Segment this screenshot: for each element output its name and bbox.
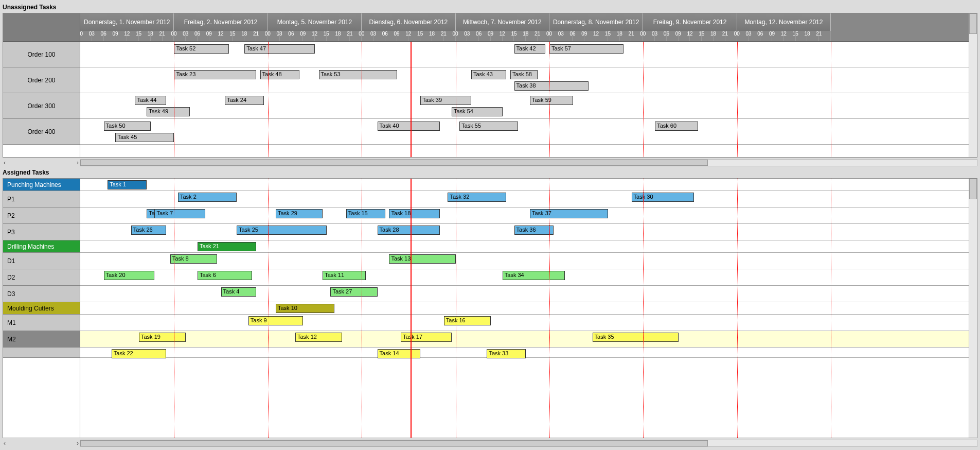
task-bar[interactable]: Task 19 — [139, 333, 186, 342]
task-bar[interactable]: Task 13 — [389, 254, 455, 264]
task-bar[interactable]: Task 37 — [530, 209, 608, 218]
task-bar[interactable]: Task 21 — [198, 242, 256, 251]
gantt-row-m3[interactable]: Task 22Task 14Task 33 — [80, 348, 969, 358]
task-bar[interactable]: Task 39 — [420, 96, 471, 105]
scroll-left-icon[interactable]: ‹ — [4, 440, 6, 447]
row-label-order300[interactable]: Order 300 — [3, 93, 80, 119]
task-bar[interactable]: Task 60 — [655, 122, 698, 131]
task-bar[interactable]: Task 42 — [514, 44, 546, 54]
vertical-scrollbar[interactable] — [969, 179, 977, 438]
task-bar[interactable]: Task 45 — [115, 133, 174, 142]
task-bar[interactable]: Task 18 — [389, 209, 440, 218]
gantt-row-p3[interactable]: Task 26Task 25Task 28Task 36 — [80, 224, 969, 240]
task-bar[interactable]: Task 58 — [510, 70, 538, 79]
gantt-row-order200[interactable]: Task 23Task 48Task 53Task 43Task 58Task … — [80, 67, 969, 93]
vertical-scrollbar[interactable] — [969, 13, 977, 157]
task-bar[interactable]: Task 52 — [174, 44, 228, 54]
task-bar[interactable]: Task 59 — [530, 96, 573, 105]
task-bar[interactable]: Task 36 — [514, 226, 554, 235]
gantt-row-order300[interactable]: Task 44Task 24Task 49Task 39Task 59Task … — [80, 93, 969, 119]
day-header: Donnerstag, 8. November 2012 — [549, 13, 643, 31]
task-bar[interactable]: Task 20 — [104, 271, 155, 280]
task-bar[interactable]: Task 23 — [174, 70, 256, 79]
row-label-p2[interactable]: P2 — [3, 207, 80, 224]
day-header: Freitag, 2. November 2012 — [174, 13, 268, 31]
row-label-order200[interactable]: Order 200 — [3, 67, 80, 93]
row-label-order400[interactable]: Order 400 — [3, 119, 80, 145]
task-bar[interactable]: Task 12 — [295, 333, 342, 342]
task-bar[interactable]: Task 35 — [593, 333, 679, 342]
row-label-d3[interactable]: D3 — [3, 286, 80, 302]
task-bar[interactable]: Task 54 — [452, 107, 503, 116]
row-label-d1[interactable]: D1 — [3, 253, 80, 269]
scroll-right-icon[interactable]: › — [77, 159, 79, 166]
task-bar[interactable]: Task 17 — [401, 333, 452, 342]
task-bar[interactable]: Task 15 — [346, 209, 385, 218]
gantt-row-order100[interactable]: Task 52Task 47Task 42Task 57 — [80, 42, 969, 67]
task-bar[interactable]: Task 25 — [237, 226, 327, 235]
task-bar[interactable]: Task 28 — [378, 226, 440, 235]
task-bar[interactable]: Task 49 — [147, 107, 190, 116]
gantt-row-p2[interactable]: Task 3Task 7Task 29Task 15Task 18Task 37 — [80, 207, 969, 224]
task-bar[interactable]: Task 27 — [330, 287, 377, 297]
task-bar[interactable]: Task 38 — [514, 81, 589, 91]
task-bar[interactable]: Task 47 — [244, 44, 315, 54]
row-sidebar: Punching MachinesP1P2P3Drilling Machines… — [3, 179, 80, 438]
unassigned-panel: Order 100Order 200Order 300Order 400Donn… — [3, 13, 977, 158]
task-bar[interactable]: Task 29 — [276, 209, 323, 218]
row-label-drilling[interactable]: Drilling Machines — [3, 240, 80, 253]
row-label-m1[interactable]: M1 — [3, 315, 80, 331]
row-label-order100[interactable]: Order 100 — [3, 42, 80, 67]
task-bar[interactable]: Task 26 — [131, 226, 166, 235]
row-label-m3[interactable] — [3, 348, 80, 358]
section-title: Unassigned Tasks — [3, 4, 977, 11]
task-bar[interactable]: Task 14 — [378, 349, 421, 358]
row-label-moulding[interactable]: Moulding Cutters — [3, 302, 80, 315]
task-bar[interactable]: Task 2 — [178, 193, 237, 202]
task-bar[interactable]: Task 48 — [260, 70, 299, 79]
task-bar[interactable]: Task 40 — [378, 122, 440, 131]
task-bar[interactable]: Task 8 — [170, 254, 217, 264]
gantt-row-m1[interactable]: Task 9Task 16 — [80, 315, 969, 331]
task-bar[interactable]: Task 44 — [135, 96, 166, 105]
task-bar[interactable]: Task 34 — [503, 271, 565, 280]
scroll-left-icon[interactable]: ‹ — [4, 159, 6, 166]
row-label-punching[interactable]: Punching Machines — [3, 179, 80, 191]
gantt-row-order400[interactable]: Task 50Task 40Task 55Task 60Task 45 — [80, 119, 969, 145]
task-bar[interactable]: Task 16 — [444, 316, 491, 325]
task-bar[interactable]: Task 30 — [632, 193, 694, 202]
task-bar[interactable]: Task 11 — [323, 271, 366, 280]
row-label-m2[interactable]: M2 — [3, 331, 80, 348]
gantt-row-punching[interactable]: Task 1 — [80, 179, 969, 191]
task-bar[interactable]: Task 50 — [104, 122, 151, 131]
task-bar[interactable]: Task 33 — [487, 349, 526, 358]
gantt-row-drilling[interactable]: Task 21 — [80, 240, 969, 253]
row-label-d2[interactable]: D2 — [3, 269, 80, 286]
task-bar[interactable]: Task 57 — [549, 44, 623, 54]
horizontal-scrollbar[interactable]: ‹› — [3, 439, 977, 447]
task-bar[interactable]: Task 55 — [459, 122, 518, 131]
task-bar[interactable]: Task 32 — [448, 193, 506, 202]
gantt-row-d3[interactable]: Task 4Task 27 — [80, 286, 969, 302]
task-bar[interactable]: Task 7 — [154, 209, 205, 218]
gantt-row-d2[interactable]: Task 20Task 6Task 11Task 34 — [80, 269, 969, 286]
day-header: Dienstag, 6. November 2012 — [362, 13, 455, 31]
scroll-right-icon[interactable]: › — [77, 440, 79, 447]
gantt-row-m2[interactable]: Task 19Task 12Task 17Task 35 — [80, 331, 969, 348]
task-bar[interactable]: Task 10 — [276, 304, 334, 313]
horizontal-scrollbar[interactable]: ‹› — [3, 159, 977, 167]
task-bar[interactable]: Task 6 — [198, 271, 252, 280]
gantt-row-d1[interactable]: Task 8Task 13 — [80, 253, 969, 269]
task-bar[interactable]: Task 22 — [112, 349, 166, 358]
task-bar[interactable]: Task 53 — [319, 70, 397, 79]
task-bar[interactable]: Task 9 — [248, 316, 303, 325]
day-header: Mittwoch, 7. November 2012 — [456, 13, 549, 31]
task-bar[interactable]: Task 24 — [225, 96, 264, 105]
row-label-p1[interactable]: P1 — [3, 191, 80, 207]
gantt-row-moulding[interactable]: Task 10 — [80, 302, 969, 315]
row-label-p3[interactable]: P3 — [3, 224, 80, 240]
gantt-row-p1[interactable]: Task 2Task 32Task 30 — [80, 191, 969, 207]
task-bar[interactable]: Task 4 — [221, 287, 256, 297]
task-bar[interactable]: Task 43 — [471, 70, 506, 79]
task-bar[interactable]: Task 1 — [108, 180, 147, 189]
